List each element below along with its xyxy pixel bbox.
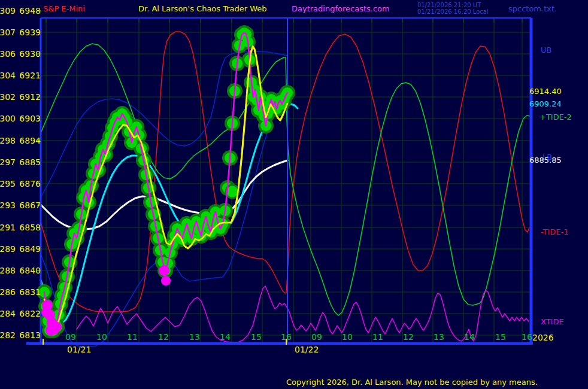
price-label-cash: 302	[0, 92, 16, 102]
hour-label-day2: 11	[372, 332, 383, 342]
price-label-futures: 6858	[19, 223, 41, 232]
hour-label-day2: 15	[495, 332, 506, 342]
hour-label-day2: 09	[311, 332, 322, 342]
price-label-futures: 6894	[19, 136, 41, 145]
hour-label-day2: 14	[464, 332, 475, 342]
price-label-cash: 289	[0, 244, 16, 254]
price-label-cash: 298	[0, 136, 16, 145]
price-label-futures: 6876	[19, 179, 41, 189]
price-label-cash: 286	[0, 287, 16, 297]
hour-label-day1: 09	[65, 332, 76, 342]
price-label-cash: 309	[0, 6, 16, 16]
price-label-cash: 300	[0, 114, 16, 123]
right-label-cyan-ma-value: 6909.24	[529, 99, 562, 108]
price-label-futures: 6822	[19, 309, 41, 318]
magenta-low-ball	[161, 276, 171, 285]
price-label-cash: 295	[0, 179, 16, 189]
year-label: 2026	[532, 333, 554, 342]
price-label-futures: 6912	[19, 92, 41, 102]
price-label-futures: 6813	[19, 330, 41, 340]
xtide-wave	[77, 286, 529, 342]
price-chart-canvas: 3096948307693930669303046921302691230069…	[0, 0, 588, 389]
price-label-futures: 6921	[19, 71, 41, 80]
price-label-cash: 297	[0, 157, 16, 167]
right-label-xtide: XTIDE	[541, 317, 564, 326]
hour-label-day1: 12	[158, 332, 169, 342]
date-label: 01/22	[295, 345, 319, 354]
price-label-cash: 304	[0, 71, 16, 80]
price-label-futures: 6849	[19, 244, 41, 254]
hour-label-day1: 16	[281, 332, 292, 342]
price-label-cash: 282	[0, 330, 16, 340]
hour-label-day2: 16	[522, 332, 532, 342]
price-label-futures: 6831	[19, 287, 41, 297]
hour-label-day2: 13	[434, 332, 444, 342]
magenta-low-ball	[42, 300, 53, 311]
hour-label-day2: 10	[342, 332, 353, 342]
right-label-plus-tide-2: +TIDE-2	[539, 113, 572, 121]
magenta-low-ball	[159, 265, 169, 276]
price-label-futures: 6948	[19, 6, 41, 16]
price-label-futures: 6867	[19, 200, 41, 210]
hour-label-day1: 15	[251, 332, 262, 342]
hour-label-day2: 12	[403, 332, 414, 342]
price-label-cash: 291	[0, 223, 16, 232]
right-label-white-ma-value: 6885.85	[529, 156, 562, 165]
price-label-cash: 306	[0, 49, 16, 59]
price-label-futures: 6939	[19, 28, 41, 37]
hour-label-day1: 13	[189, 332, 200, 342]
price-label-futures: 6930	[19, 49, 41, 59]
hour-label-day1: 14	[220, 332, 231, 342]
price-label-cash: 307	[0, 28, 16, 37]
right-label-ub: UB	[541, 45, 551, 54]
price-label-cash: 293	[0, 200, 16, 210]
date-label: 01/21	[67, 345, 91, 354]
price-label-cash: 288	[0, 266, 16, 275]
chaos-trader-chart-page: S&P E-Mini Dr. Al Larson's Chaos Trader …	[0, 0, 588, 389]
price-label-futures: 6903	[19, 114, 41, 123]
price-label-futures: 6885	[19, 157, 41, 167]
price-label-cash: 284	[0, 309, 16, 318]
right-label-last-price: 6914.40	[529, 87, 562, 96]
tide-green-plus-TIDE-2	[41, 44, 530, 315]
price-label-futures: 6840	[19, 266, 41, 275]
right-label-minus-tide-1: -TIDE-1	[541, 227, 568, 236]
hour-label-day1: 11	[127, 332, 138, 342]
hour-label-day1: 10	[96, 332, 107, 342]
magenta-low-ball	[52, 322, 62, 332]
